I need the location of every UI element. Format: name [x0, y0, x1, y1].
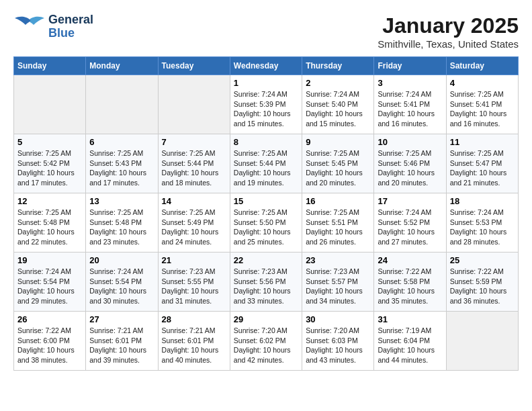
table-row: 23Sunrise: 7:23 AM Sunset: 5:57 PM Dayli…	[302, 253, 374, 312]
page-header: General Blue January 2025 Smithville, Te…	[13, 13, 519, 50]
week-row-1: 1Sunrise: 7:24 AM Sunset: 5:39 PM Daylig…	[14, 75, 519, 134]
table-row: 5Sunrise: 7:25 AM Sunset: 5:42 PM Daylig…	[14, 134, 86, 193]
day-info: Sunrise: 7:25 AM Sunset: 5:51 PM Dayligh…	[306, 208, 370, 247]
table-row: 1Sunrise: 7:24 AM Sunset: 5:39 PM Daylig…	[230, 75, 302, 134]
table-row: 15Sunrise: 7:25 AM Sunset: 5:50 PM Dayli…	[230, 193, 302, 253]
table-row: 26Sunrise: 7:22 AM Sunset: 6:00 PM Dayli…	[14, 312, 86, 371]
table-row: 6Sunrise: 7:25 AM Sunset: 5:43 PM Daylig…	[86, 134, 158, 193]
day-number: 18	[450, 196, 515, 206]
day-info: Sunrise: 7:22 AM Sunset: 5:59 PM Dayligh…	[450, 267, 515, 306]
days-header-row: Sunday Monday Tuesday Wednesday Thursday…	[14, 57, 519, 75]
table-row	[14, 75, 86, 134]
day-number: 13	[89, 196, 154, 206]
day-number: 12	[17, 196, 82, 206]
week-row-3: 12Sunrise: 7:25 AM Sunset: 5:48 PM Dayli…	[14, 193, 519, 253]
table-row: 20Sunrise: 7:24 AM Sunset: 5:54 PM Dayli…	[86, 253, 158, 312]
day-number: 3	[378, 78, 442, 88]
table-row: 27Sunrise: 7:21 AM Sunset: 6:01 PM Dayli…	[86, 312, 158, 371]
day-number: 22	[234, 255, 298, 265]
table-row: 3Sunrise: 7:24 AM Sunset: 5:41 PM Daylig…	[374, 75, 446, 134]
day-number: 31	[378, 314, 442, 324]
table-row: 24Sunrise: 7:22 AM Sunset: 5:58 PM Dayli…	[374, 253, 446, 312]
day-number: 1	[234, 78, 298, 88]
day-info: Sunrise: 7:25 AM Sunset: 5:44 PM Dayligh…	[234, 148, 298, 188]
table-row: 14Sunrise: 7:25 AM Sunset: 5:49 PM Dayli…	[158, 193, 230, 253]
week-row-5: 26Sunrise: 7:22 AM Sunset: 6:00 PM Dayli…	[14, 312, 519, 371]
day-info: Sunrise: 7:25 AM Sunset: 5:48 PM Dayligh…	[17, 208, 82, 247]
table-row	[446, 312, 518, 371]
day-info: Sunrise: 7:20 AM Sunset: 6:03 PM Dayligh…	[306, 326, 370, 365]
day-info: Sunrise: 7:25 AM Sunset: 5:46 PM Dayligh…	[378, 148, 442, 188]
header-saturday: Saturday	[446, 57, 518, 75]
day-info: Sunrise: 7:23 AM Sunset: 5:56 PM Dayligh…	[234, 267, 298, 306]
table-row: 16Sunrise: 7:25 AM Sunset: 5:51 PM Dayli…	[302, 193, 374, 253]
day-info: Sunrise: 7:23 AM Sunset: 5:57 PM Dayligh…	[306, 267, 370, 306]
day-info: Sunrise: 7:24 AM Sunset: 5:54 PM Dayligh…	[89, 267, 154, 306]
day-info: Sunrise: 7:24 AM Sunset: 5:41 PM Dayligh…	[378, 89, 442, 129]
day-number: 19	[17, 255, 82, 265]
week-row-2: 5Sunrise: 7:25 AM Sunset: 5:42 PM Daylig…	[14, 134, 519, 193]
table-row: 8Sunrise: 7:25 AM Sunset: 5:44 PM Daylig…	[230, 134, 302, 193]
day-info: Sunrise: 7:22 AM Sunset: 5:58 PM Dayligh…	[378, 267, 442, 306]
table-row: 11Sunrise: 7:25 AM Sunset: 5:47 PM Dayli…	[446, 134, 518, 193]
day-info: Sunrise: 7:22 AM Sunset: 6:00 PM Dayligh…	[17, 326, 82, 365]
day-number: 26	[17, 314, 82, 324]
logo-general-text: General	[48, 13, 93, 27]
table-row: 13Sunrise: 7:25 AM Sunset: 5:48 PM Dayli…	[86, 193, 158, 253]
logo: General Blue	[13, 13, 93, 40]
table-row: 29Sunrise: 7:20 AM Sunset: 6:02 PM Dayli…	[230, 312, 302, 371]
day-number: 11	[450, 137, 515, 147]
day-number: 23	[306, 255, 370, 265]
day-info: Sunrise: 7:25 AM Sunset: 5:47 PM Dayligh…	[450, 148, 515, 188]
day-info: Sunrise: 7:24 AM Sunset: 5:39 PM Dayligh…	[234, 89, 298, 129]
day-number: 14	[162, 196, 226, 206]
table-row: 12Sunrise: 7:25 AM Sunset: 5:48 PM Dayli…	[14, 193, 86, 253]
header-wednesday: Wednesday	[230, 57, 302, 75]
day-number: 4	[450, 78, 515, 88]
header-sunday: Sunday	[14, 57, 86, 75]
header-tuesday: Tuesday	[158, 57, 230, 75]
day-info: Sunrise: 7:19 AM Sunset: 6:04 PM Dayligh…	[378, 326, 442, 365]
table-row: 30Sunrise: 7:20 AM Sunset: 6:03 PM Dayli…	[302, 312, 374, 371]
header-thursday: Thursday	[302, 57, 374, 75]
day-info: Sunrise: 7:21 AM Sunset: 6:01 PM Dayligh…	[162, 326, 226, 365]
table-row: 7Sunrise: 7:25 AM Sunset: 5:44 PM Daylig…	[158, 134, 230, 193]
day-info: Sunrise: 7:21 AM Sunset: 6:01 PM Dayligh…	[89, 326, 154, 365]
table-row	[86, 75, 158, 134]
month-title: January 2025	[378, 13, 519, 38]
table-row: 10Sunrise: 7:25 AM Sunset: 5:46 PM Dayli…	[374, 134, 446, 193]
day-info: Sunrise: 7:25 AM Sunset: 5:41 PM Dayligh…	[450, 89, 515, 129]
day-number: 7	[162, 137, 226, 147]
table-row: 2Sunrise: 7:24 AM Sunset: 5:40 PM Daylig…	[302, 75, 374, 134]
day-number: 27	[89, 314, 154, 324]
day-info: Sunrise: 7:23 AM Sunset: 5:55 PM Dayligh…	[162, 267, 226, 306]
title-area: January 2025 Smithville, Texas, United S…	[378, 13, 519, 50]
day-number: 24	[378, 255, 442, 265]
logo-blue-text: Blue	[48, 27, 93, 40]
day-number: 5	[17, 137, 82, 147]
day-info: Sunrise: 7:24 AM Sunset: 5:53 PM Dayligh…	[450, 208, 515, 247]
day-number: 30	[306, 314, 370, 324]
table-row: 31Sunrise: 7:19 AM Sunset: 6:04 PM Dayli…	[374, 312, 446, 371]
day-info: Sunrise: 7:25 AM Sunset: 5:45 PM Dayligh…	[306, 148, 370, 188]
table-row: 25Sunrise: 7:22 AM Sunset: 5:59 PM Dayli…	[446, 253, 518, 312]
logo-icon	[13, 14, 46, 40]
table-row: 22Sunrise: 7:23 AM Sunset: 5:56 PM Dayli…	[230, 253, 302, 312]
day-info: Sunrise: 7:25 AM Sunset: 5:50 PM Dayligh…	[234, 208, 298, 247]
day-number: 20	[89, 255, 154, 265]
day-number: 29	[234, 314, 298, 324]
table-row: 4Sunrise: 7:25 AM Sunset: 5:41 PM Daylig…	[446, 75, 518, 134]
day-info: Sunrise: 7:24 AM Sunset: 5:52 PM Dayligh…	[378, 208, 442, 247]
week-row-4: 19Sunrise: 7:24 AM Sunset: 5:54 PM Dayli…	[14, 253, 519, 312]
day-number: 6	[89, 137, 154, 147]
day-number: 8	[234, 137, 298, 147]
table-row: 9Sunrise: 7:25 AM Sunset: 5:45 PM Daylig…	[302, 134, 374, 193]
calendar-table: Sunday Monday Tuesday Wednesday Thursday…	[13, 56, 519, 371]
day-info: Sunrise: 7:25 AM Sunset: 5:44 PM Dayligh…	[162, 148, 226, 188]
day-number: 17	[378, 196, 442, 206]
table-row: 19Sunrise: 7:24 AM Sunset: 5:54 PM Dayli…	[14, 253, 86, 312]
day-info: Sunrise: 7:25 AM Sunset: 5:48 PM Dayligh…	[89, 208, 154, 247]
day-info: Sunrise: 7:25 AM Sunset: 5:42 PM Dayligh…	[17, 148, 82, 188]
table-row: 18Sunrise: 7:24 AM Sunset: 5:53 PM Dayli…	[446, 193, 518, 253]
table-row: 21Sunrise: 7:23 AM Sunset: 5:55 PM Dayli…	[158, 253, 230, 312]
